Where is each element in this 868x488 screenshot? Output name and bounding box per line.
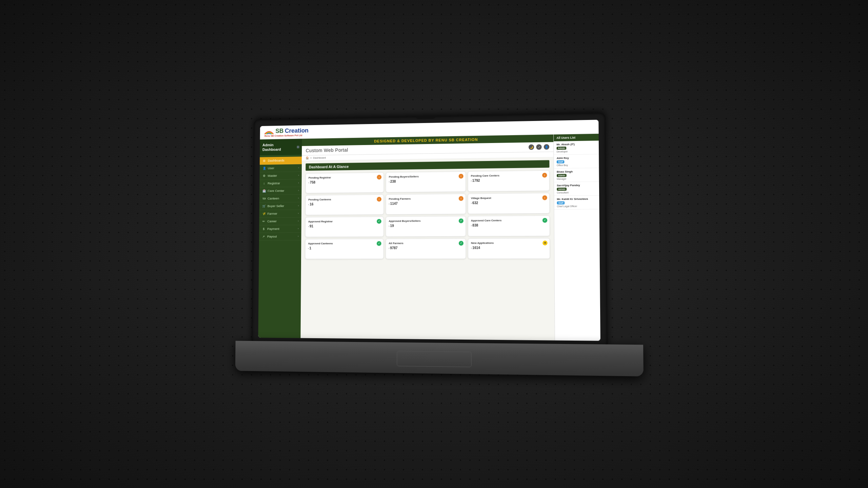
stat-arrow-pending-buyers-sellers: › xyxy=(389,181,390,183)
stat-title-approved-registrar: Approved Registrar xyxy=(308,220,381,223)
stat-card-pending-farmers[interactable]: Pending Farmers ›1147 ! xyxy=(386,194,466,215)
stat-card-village-bequest[interactable]: Village Bequest ›632 ! xyxy=(468,193,550,214)
user-list-item[interactable]: Mr. Akash (IT) Admin Developer xyxy=(554,141,599,155)
touchpad[interactable] xyxy=(397,351,472,367)
user-name: Abhi Roy xyxy=(557,156,596,160)
nav-item-left: 🛒 Buyer Seller xyxy=(262,204,284,208)
expand-icon[interactable]: ⤢ xyxy=(536,144,541,150)
sidebar-item-career[interactable]: ✏ Career › xyxy=(259,217,301,225)
sidebar-item-payment[interactable]: $ Payment › xyxy=(259,225,301,233)
breadcrumb-home-icon: 🏠 xyxy=(306,157,309,160)
stat-value-approved-registrar: ›91 xyxy=(308,224,381,228)
stat-title-village-bequest: Village Bequest xyxy=(471,196,547,200)
stat-badge-approved-canteens: ✓ xyxy=(377,241,381,246)
sidebar-item-payout[interactable]: ↗ Payout › xyxy=(259,232,301,240)
nav-item-left: ⊞ Dashboards xyxy=(262,158,284,163)
stat-card-approved-care-centers[interactable]: Approved Care Centers ›838 ✓ xyxy=(468,216,550,237)
user-role: Chief Legal Officer xyxy=(557,205,597,207)
stat-arrow-pending-farmers: › xyxy=(389,203,390,205)
user-list-item[interactable]: Abhi Roy Staff Office Boy xyxy=(554,154,599,168)
nav-label-career: Career xyxy=(267,219,277,223)
nav-arrow-care-center: › xyxy=(298,189,299,192)
nav-item-left: ↕ Registrar xyxy=(262,181,280,185)
user-list-item[interactable]: Mr. Kahlil Kr Srivastava Staff Chief Leg… xyxy=(554,196,599,210)
portal-name: Custom Web Portal xyxy=(306,147,348,154)
stat-title-pending-care-centers: Pending Care Centers xyxy=(471,174,547,178)
stat-value-pending-buyers-sellers: ›238 xyxy=(389,179,463,183)
topbar-actions: 🌙 ⤢ 👤 xyxy=(529,144,549,150)
sidebar-item-dashboards[interactable]: ⊞ Dashboards xyxy=(260,157,302,165)
stat-title-all-farmers: All Farmers xyxy=(389,242,463,245)
sidebar-nav: ⊞ Dashboards 👤 User › ⚙ Master › ↕ Regis… xyxy=(258,155,302,338)
user-role: Consultant xyxy=(557,191,596,194)
user-icon[interactable]: 👤 xyxy=(544,144,549,149)
stat-badge-pending-buyers-sellers: ! xyxy=(459,174,463,179)
sidebar-item-canteen[interactable]: 🍽 Canteen › xyxy=(259,195,301,203)
logo-top: SB Creation xyxy=(264,127,309,135)
stat-value-pending-canteens: ›16 xyxy=(308,202,381,206)
main-content: DESIGNED & DEVELOPED BY RENU SB CREATION… xyxy=(300,135,554,340)
stat-title-approved-canteens: Approved Canteens xyxy=(308,242,381,245)
nav-arrow-user: › xyxy=(298,166,299,169)
user-name: Mr. Kahlil Kr Srivastava xyxy=(557,197,596,201)
sidebar-grid-icon[interactable]: ⊞ xyxy=(297,145,299,149)
stat-value-approved-buyers-sellers: ›19 xyxy=(389,224,463,228)
nav-item-left: 🏥 Care Center xyxy=(262,189,284,193)
stat-card-approved-registrar[interactable]: Approved Registrar ›91 ✓ xyxy=(305,217,384,237)
nav-arrow-payment: › xyxy=(298,227,299,230)
nav-arrow-canteen: › xyxy=(298,197,299,200)
stat-badge-pending-farmers: ! xyxy=(459,196,463,201)
stat-card-pending-registrar[interactable]: Pending Registrar ›758 ! xyxy=(305,172,384,193)
stat-card-pending-canteens[interactable]: Pending Canteens ›16 ! xyxy=(305,195,383,215)
nav-item-left: $ Payment xyxy=(262,227,279,231)
right-panel: All Users List Mr. Akash (IT) Admin Deve… xyxy=(553,134,600,341)
nav-label-master: Master xyxy=(268,174,277,178)
stat-card-approved-buyers-sellers[interactable]: Approved Buyers/Sellers ›19 ✓ xyxy=(386,216,466,237)
user-name: SarvVijay Pandey xyxy=(557,184,596,187)
nav-icon-farmer: 🌾 xyxy=(262,211,266,216)
nav-label-user: User xyxy=(268,166,274,170)
stat-arrow-village-bequest: › xyxy=(471,202,472,204)
user-list-item[interactable]: Bivas Singh Admin Manager xyxy=(554,168,599,182)
stat-card-all-farmers[interactable]: All Farmers ›9787 ✓ xyxy=(386,239,466,259)
stat-title-new-applications: New Applications xyxy=(471,241,547,245)
nav-arrow-registrar: › xyxy=(298,181,299,184)
stat-card-pending-care-centers[interactable]: Pending Care Centers ›1792 ! xyxy=(468,170,550,192)
sidebar-item-registrar[interactable]: ↕ Registrar › xyxy=(259,179,301,187)
user-badge: Admin xyxy=(557,174,567,177)
stat-value-approved-canteens: ›1 xyxy=(308,246,380,250)
stat-badge-village-bequest: ! xyxy=(542,195,547,200)
stat-value-new-applications: ›1614 xyxy=(471,246,547,250)
laptop-frame: SB Creation Renu SB Creation Software Pv… xyxy=(235,112,644,377)
sidebar-item-care-center[interactable]: 🏥 Care Center › xyxy=(259,187,301,195)
stat-arrow-approved-canteens: › xyxy=(308,247,309,250)
sidebar-item-farmer[interactable]: 🌾 Farmer › xyxy=(259,210,301,218)
stat-value-pending-care-centers: ›1792 xyxy=(471,178,547,183)
sidebar: Admin Dashboard ⊞ ⊞ Dashboards 👤 User › … xyxy=(258,139,302,338)
stat-arrow-approved-care-centers: › xyxy=(471,224,472,227)
stat-arrow-all-farmers: › xyxy=(389,247,389,249)
nav-icon-payment: $ xyxy=(262,227,266,231)
nav-item-left: ✏ Career xyxy=(262,219,277,223)
glance-grid: Pending Registrar ›758 ! Pending Buyers/… xyxy=(305,170,550,259)
user-list-item[interactable]: SarvVijay Pandey Admin Consultant xyxy=(554,182,599,196)
app-body: Admin Dashboard ⊞ ⊞ Dashboards 👤 User › … xyxy=(258,134,600,341)
stat-title-approved-buyers-sellers: Approved Buyers/Sellers xyxy=(389,219,462,223)
stat-value-village-bequest: ›632 xyxy=(471,201,547,205)
app-wrapper: SB Creation Renu SB Creation Software Pv… xyxy=(258,120,600,341)
sidebar-item-buyer-seller[interactable]: 🛒 Buyer Seller › xyxy=(259,202,301,210)
stat-badge-pending-care-centers: ! xyxy=(542,173,547,178)
sidebar-item-master[interactable]: ⚙ Master › xyxy=(260,171,302,180)
dark-mode-icon[interactable]: 🌙 xyxy=(529,144,534,150)
stat-arrow-approved-registrar: › xyxy=(308,225,309,228)
stat-card-pending-buyers-sellers[interactable]: Pending Buyers/Sellers ›238 ! xyxy=(386,171,466,192)
stat-card-approved-canteens[interactable]: Approved Canteens ›1 ✓ xyxy=(305,239,384,259)
nav-label-care-center: Care Center xyxy=(268,189,284,192)
sidebar-item-user[interactable]: 👤 User › xyxy=(260,164,302,172)
stat-card-new-applications[interactable]: New Applications ›1614 ★ xyxy=(468,238,550,259)
breadcrumb-current: Dashboard xyxy=(313,156,326,159)
nav-item-left: 🌾 Farmer xyxy=(262,211,277,216)
stat-value-all-farmers: ›9787 xyxy=(389,246,463,250)
stat-title-pending-buyers-sellers: Pending Buyers/Sellers xyxy=(389,175,463,178)
stat-badge-approved-care-centers: ✓ xyxy=(542,218,547,223)
